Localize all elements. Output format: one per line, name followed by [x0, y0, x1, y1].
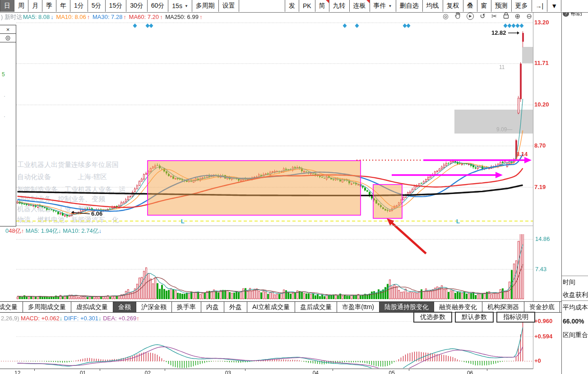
- toolbar-button-▼[interactable]: ▼: [547, 0, 561, 12]
- x-month-label: 05: [389, 370, 395, 374]
- x-month-label: 06: [467, 370, 473, 374]
- period-button-年[interactable]: 年: [56, 0, 70, 12]
- toolbar-button-预测[interactable]: 预测: [491, 0, 512, 12]
- axis-tick-label: 13.20: [534, 19, 549, 26]
- tab-AI立桩成交量[interactable]: AI立桩成交量: [247, 302, 295, 312]
- header-segment: MA5: 1.94亿: [24, 227, 58, 234]
- x-tick: [245, 369, 245, 371]
- price-annotation: 12.82: [491, 30, 506, 36]
- price-volume-divider: [0, 226, 533, 226]
- stat-row-收盘获利: 收盘获利: [563, 291, 588, 299]
- tab-融资融券变化[interactable]: 融资融券变化: [434, 302, 482, 312]
- param-button-默认参数[interactable]: 默认参数: [455, 312, 494, 323]
- hand-icon[interactable]: [454, 12, 461, 20]
- x-axis: 12010203040506: [0, 369, 533, 374]
- volume-pane-header: 048亿↑ MA5: 1.94亿↓ MA10: 2.74亿↓: [5, 227, 102, 235]
- x-month-label: 03: [225, 370, 231, 374]
- axis-tick-label: +0: [534, 357, 541, 364]
- period-buttons: 日周月季年1分5分15分30分60分15s▼多周期设置: [0, 0, 239, 12]
- toolbar-button-均线[interactable]: 均线: [423, 0, 443, 12]
- stat-row-时间: 时间: [563, 278, 575, 286]
- tab-换手率[interactable]: 换手率: [172, 302, 201, 312]
- gear-icon[interactable]: [0, 34, 16, 42]
- ghost-fragment: ·: [4, 113, 5, 120]
- lock-icon[interactable]: [503, 12, 509, 20]
- period-button-15s[interactable]: 15s▼: [168, 0, 192, 12]
- stock-name-label: ) 新时达: [1, 14, 22, 20]
- ma-legend-item: MA60: 7.20: [127, 14, 159, 20]
- price-annotation: 6.06: [91, 211, 102, 217]
- header-segment: DEA: +0.269: [102, 315, 137, 322]
- toolbar-button-更多[interactable]: 更多: [512, 0, 532, 12]
- x-tick: [409, 369, 409, 371]
- right-sidebar: R ? 帮助 时间收盘获利平均成本66.00%区间重合: [562, 0, 588, 374]
- ma-legend-item: MA10: 8.06: [55, 14, 86, 20]
- tab-金额[interactable]: 金额: [113, 302, 136, 312]
- x-tick: [34, 369, 35, 371]
- x-tick: [165, 369, 165, 371]
- scissors-icon[interactable]: ✂: [491, 13, 497, 20]
- header-segment: MACD: +0.062: [19, 315, 59, 322]
- tab-机构探测器[interactable]: 机构探测器: [482, 302, 524, 312]
- header-segment: MA10: 2.74亿: [61, 227, 99, 234]
- ma-legend-item: MA30: 7.28: [91, 14, 122, 20]
- zoom-out-icon[interactable]: ⊖: [526, 13, 532, 20]
- tab-外盘[interactable]: 外盘: [224, 302, 247, 312]
- play-icon[interactable]: ▶: [467, 13, 474, 20]
- period-button-5分[interactable]: 5分: [88, 0, 106, 12]
- header-segment: 48亿: [9, 227, 21, 234]
- new-badge-icon: [366, 0, 370, 3]
- tab-沪深金额[interactable]: 沪深金额: [136, 302, 172, 312]
- tab-陆股通持股变化[interactable]: 陆股通持股变化: [380, 302, 434, 312]
- toolbar-button-连板[interactable]: 连板: [350, 0, 370, 12]
- header-segment: ↑: [136, 315, 139, 322]
- period-button-1分[interactable]: 1分: [70, 0, 88, 12]
- close-icon[interactable]: ×: [0, 25, 16, 34]
- undo-icon[interactable]: ↺: [480, 13, 486, 20]
- period-button-15分[interactable]: 15分: [106, 0, 127, 12]
- zoom-in-icon[interactable]: ⊕: [515, 13, 521, 20]
- x-tick: [100, 369, 100, 371]
- period-button-设置[interactable]: 设置: [219, 0, 239, 12]
- param-button-指标说明[interactable]: 指标说明: [496, 312, 535, 323]
- tab-资金抄底[interactable]: 资金抄底: [524, 302, 560, 312]
- tab-虚拟成交量[interactable]: 虚拟成交量: [71, 302, 113, 312]
- tab-盘后成交量[interactable]: 盘后成交量: [295, 302, 337, 312]
- period-button-日[interactable]: 日: [0, 0, 14, 12]
- param-button-优选参数[interactable]: 优选参数: [413, 312, 452, 323]
- toolbar-button-叠[interactable]: 叠: [463, 0, 477, 12]
- header-segment: DIFF: +0.301: [62, 315, 98, 322]
- toolbar-button-窗[interactable]: 窗: [477, 0, 491, 12]
- period-button-月[interactable]: 月: [28, 0, 42, 12]
- header-segment: ↓: [99, 227, 102, 234]
- stock-trading-app: 工业机器人出货量连续多年位居国自动化设备上海-辖区智能制造业务、工业机器人业务、…: [0, 0, 588, 374]
- x-tick: [487, 369, 487, 371]
- price-annotation: 11: [499, 65, 505, 70]
- target-icon[interactable]: ◎: [443, 13, 449, 20]
- toolbar-button-发[interactable]: 发: [285, 0, 299, 12]
- left-floating-panel[interactable]: ×5··: [0, 25, 16, 226]
- top-toolbar: 日周月季年1分5分15分30分60分15s▼多周期设置 发PK简九转连板事件▼删…: [0, 0, 588, 13]
- toolbar-button-复权[interactable]: 复权: [443, 0, 463, 12]
- x-month-label: 02: [145, 370, 151, 374]
- tab-内盘[interactable]: 内盘: [201, 302, 224, 312]
- toolbar-button-九转[interactable]: 九转: [329, 0, 350, 12]
- period-button-多周期[interactable]: 多周期: [192, 0, 219, 12]
- period-button-季[interactable]: 季: [42, 0, 56, 12]
- period-button-周[interactable]: 周: [14, 0, 28, 12]
- period-button-30分[interactable]: 30分: [126, 0, 148, 12]
- tab-多周期成交量[interactable]: 多周期成交量: [23, 302, 71, 312]
- period-button-60分[interactable]: 60分: [148, 0, 169, 12]
- tab-市盈率(ttm)[interactable]: 市盈率(ttm): [337, 302, 380, 312]
- tab-成交量[interactable]: 成交量: [0, 302, 23, 312]
- toolbar-button-事件[interactable]: 事件▼: [370, 0, 396, 12]
- x-month-label: 04: [313, 370, 319, 374]
- toolbar-button-→|[interactable]: →|: [532, 0, 548, 12]
- toolbar-button-简[interactable]: 简: [315, 0, 329, 12]
- toolbar-right-buttons: 发PK简九转连板事件▼删自选均线复权叠窗预测更多→|▼: [285, 0, 561, 12]
- indicator-tab-bar: 成交量多周期成交量虚拟成交量金额沪深金额换手率内盘外盘AI立桩成交量盘后成交量市…: [0, 301, 561, 313]
- toolbar-button-删自选[interactable]: 删自选: [396, 0, 423, 12]
- ma-legend-item: MA5: 8.08: [23, 14, 50, 20]
- toolbar-button-PK[interactable]: PK: [299, 0, 315, 12]
- axis-tick-label: +0.594: [534, 333, 552, 340]
